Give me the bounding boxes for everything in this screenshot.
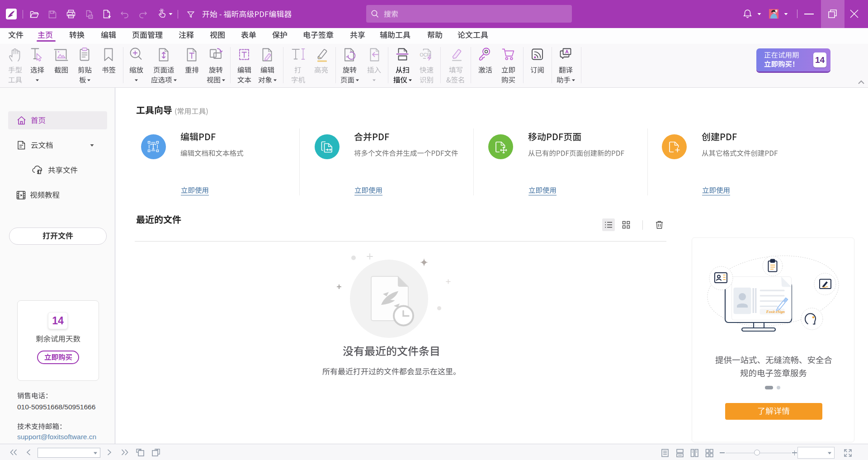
svg-text:Foxit eSign: Foxit eSign (766, 309, 785, 314)
